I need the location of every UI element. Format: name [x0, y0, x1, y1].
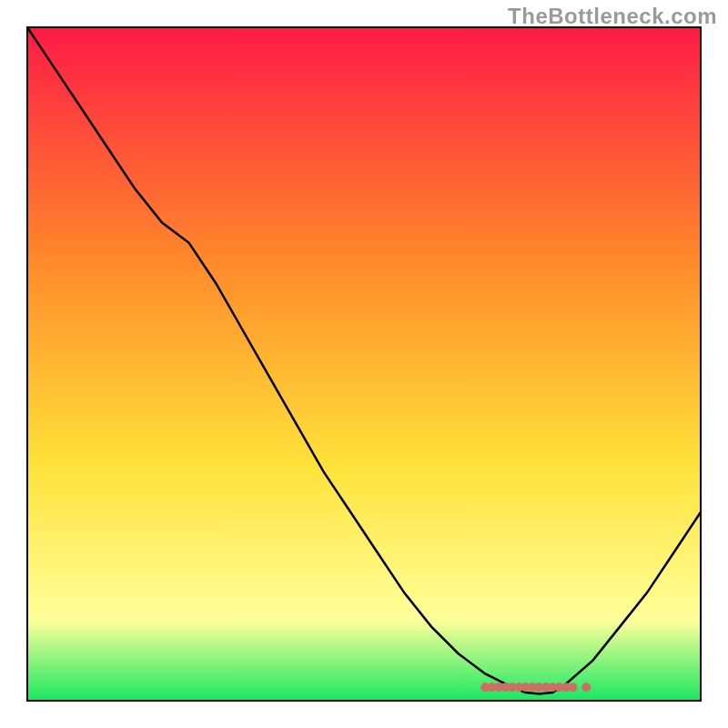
plot-background	[27, 27, 701, 701]
sweet-spot-dot	[581, 682, 591, 692]
bottleneck-chart	[0, 0, 728, 728]
sweet-spot-dot	[568, 682, 577, 692]
watermark-text: TheBottleneck.com	[508, 4, 717, 29]
chart-stage: TheBottleneck.com	[0, 0, 728, 728]
